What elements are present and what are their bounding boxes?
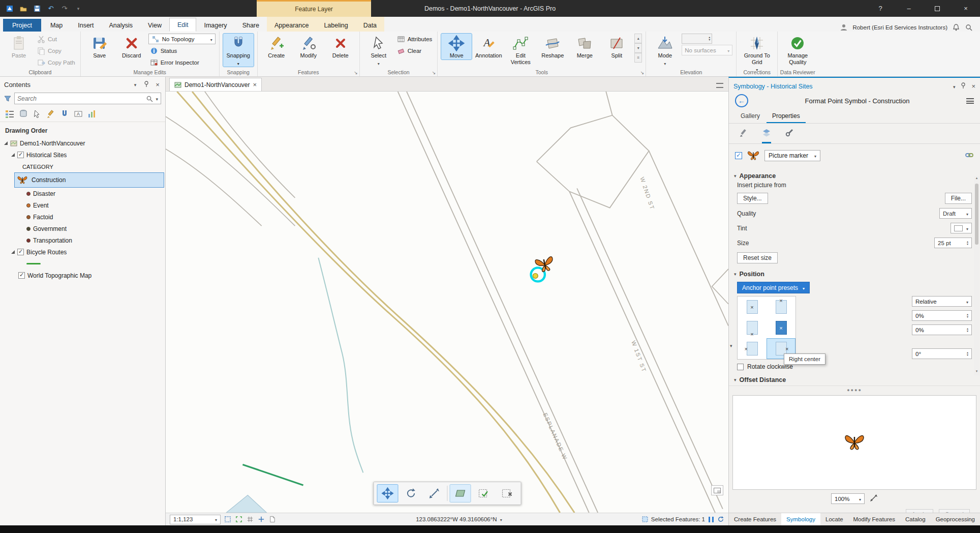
tab-map[interactable]: Map bbox=[43, 19, 70, 32]
style-button[interactable]: Style... bbox=[737, 193, 768, 204]
anchor-preset-selected[interactable] bbox=[767, 317, 795, 338]
lock-color-link-icon[interactable] bbox=[965, 151, 974, 161]
tab-analysis[interactable]: Analysis bbox=[102, 19, 141, 32]
command-search-icon[interactable] bbox=[965, 23, 973, 32]
create-features-button[interactable]: Create bbox=[261, 34, 292, 60]
tab-bar-menu-icon[interactable] bbox=[716, 83, 723, 88]
reset-size-button[interactable]: Reset size bbox=[737, 252, 778, 263]
back-button[interactable] bbox=[735, 94, 748, 107]
reshape-tool-button[interactable]: Reshape bbox=[537, 34, 568, 60]
edit-vertices-tool-button[interactable]: Edit Vertices bbox=[505, 34, 536, 66]
offset-distance-section-header[interactable]: Offset Distance bbox=[729, 371, 980, 386]
scale-mode-button[interactable] bbox=[423, 484, 445, 502]
cancel-edit-button[interactable] bbox=[496, 484, 517, 502]
map-canvas[interactable]: W 2ND ST W 1ST ST ESPLANADE W bbox=[166, 92, 728, 513]
close-pane-icon[interactable] bbox=[154, 81, 161, 88]
dock-tab-modify-features[interactable]: Modify Features bbox=[848, 513, 900, 525]
minimize-button[interactable]: – bbox=[895, 0, 923, 17]
tools-scroll-up-icon[interactable]: ▴ bbox=[634, 34, 642, 43]
finish-edit-button[interactable] bbox=[473, 484, 494, 502]
discard-edits-button[interactable]: Discard bbox=[116, 34, 147, 60]
pause-drawing-icon[interactable] bbox=[709, 517, 714, 522]
list-by-selection-icon[interactable] bbox=[33, 109, 42, 119]
tab-gallery[interactable]: Gallery bbox=[735, 110, 765, 123]
delete-features-button[interactable]: Delete bbox=[325, 34, 356, 60]
status-button[interactable]: Status bbox=[148, 45, 216, 56]
tree-item-bicycle-routes[interactable]: Bicycle Routes bbox=[0, 246, 165, 258]
save-project-icon[interactable] bbox=[33, 4, 42, 13]
undo-icon[interactable]: ↶ bbox=[46, 4, 55, 13]
tree-item-transportation[interactable]: Transportation bbox=[0, 234, 165, 246]
tab-imagery[interactable]: Imagery bbox=[196, 19, 234, 32]
tab-share[interactable]: Share bbox=[235, 19, 267, 32]
notifications-bell-icon[interactable] bbox=[952, 23, 960, 32]
tree-item-construction[interactable]: Construction bbox=[14, 172, 164, 188]
rotation-angle-spinner[interactable]: 0° bbox=[912, 348, 972, 359]
overview-map-button[interactable] bbox=[711, 485, 723, 495]
customize-qat-icon[interactable]: ▾ bbox=[74, 4, 83, 13]
merge-tool-button[interactable]: Merge bbox=[569, 34, 600, 60]
tab-data[interactable]: Data bbox=[356, 19, 384, 32]
layer-visibility-checkbox[interactable] bbox=[17, 152, 24, 158]
tint-color-picker[interactable] bbox=[951, 223, 972, 233]
list-by-labeling-icon[interactable]: A bbox=[74, 109, 83, 119]
structure-tab-wrench-icon[interactable] bbox=[785, 128, 794, 143]
layer-enabled-checkbox[interactable] bbox=[735, 152, 742, 159]
clear-selection-button[interactable]: Clear bbox=[395, 45, 434, 56]
topology-edit-button[interactable] bbox=[449, 484, 471, 502]
tab-project[interactable]: Project bbox=[3, 19, 41, 32]
account-name[interactable]: Robert (Esri Ed Services Instructors) bbox=[852, 24, 947, 31]
symbol-tab-pencil-icon[interactable] bbox=[739, 128, 748, 143]
tree-item-event[interactable]: Event bbox=[0, 199, 165, 211]
tools-expand-gallery-icon[interactable]: ≡ bbox=[634, 53, 642, 63]
snapping-toggle-button[interactable]: Snapping bbox=[223, 34, 254, 67]
scroll-down-icon[interactable]: ▾ bbox=[976, 369, 978, 375]
select-button[interactable]: Select bbox=[363, 34, 394, 67]
expand-triangle-icon[interactable] bbox=[4, 141, 8, 145]
map-view-tab[interactable]: Demo1-NorthVancouver bbox=[169, 78, 262, 91]
scale-lock-icon[interactable] bbox=[224, 516, 232, 523]
list-by-editing-icon[interactable] bbox=[46, 109, 55, 119]
error-inspector-button[interactable]: Error Inspector bbox=[148, 57, 216, 68]
snap-plus-icon[interactable] bbox=[258, 516, 265, 523]
list-by-data-source-icon[interactable] bbox=[19, 109, 28, 119]
manage-quality-button[interactable]: Manage Quality bbox=[781, 34, 814, 66]
paste-button[interactable]: Paste bbox=[4, 34, 34, 60]
cut-button[interactable]: Cut bbox=[36, 34, 77, 44]
pane-options-menu-icon[interactable] bbox=[966, 98, 974, 104]
dock-tab-catalog[interactable]: Catalog bbox=[900, 513, 931, 525]
expand-triangle-icon[interactable] bbox=[11, 153, 15, 157]
butterfly-feature[interactable] bbox=[535, 256, 555, 273]
anchor-y-spinner[interactable]: 0% bbox=[912, 324, 972, 335]
layer-visibility-checkbox[interactable] bbox=[18, 272, 25, 279]
bicycle-line-symbol[interactable] bbox=[0, 258, 165, 270]
tree-item-disaster[interactable]: Disaster bbox=[0, 188, 165, 199]
dock-tab-symbology[interactable]: Symbology bbox=[781, 513, 820, 525]
anchor-preset-left-center[interactable] bbox=[738, 338, 767, 359]
close-tab-icon[interactable] bbox=[253, 81, 257, 88]
tree-item-factoid[interactable]: Factoid bbox=[0, 211, 165, 223]
modify-features-button[interactable]: Modify bbox=[293, 34, 324, 60]
filter-funnel-icon[interactable] bbox=[4, 95, 11, 102]
symbol-layer-type-dropdown[interactable]: Picture marker bbox=[764, 150, 820, 161]
quality-dropdown[interactable]: Draft bbox=[939, 208, 972, 219]
scale-dropdown[interactable]: 1:1,123 bbox=[170, 515, 221, 524]
tree-item-government[interactable]: Government bbox=[0, 223, 165, 234]
attributes-button[interactable]: Attributes bbox=[395, 34, 434, 44]
dock-tab-geoprocessing[interactable]: Geoprocessing bbox=[931, 513, 980, 525]
ground-to-grid-button[interactable]: Ground To Grid bbox=[740, 34, 774, 73]
restore-button[interactable] bbox=[923, 0, 952, 17]
properties-scrollbar[interactable]: ▴ ▾ bbox=[974, 176, 979, 375]
size-spinner[interactable]: 25 pt bbox=[934, 238, 972, 248]
tab-insert[interactable]: Insert bbox=[70, 19, 101, 32]
dock-tab-locate[interactable]: Locate bbox=[820, 513, 848, 525]
tree-item-map[interactable]: Demo1-NorthVancouver bbox=[0, 137, 165, 149]
tab-appearance[interactable]: Appearance bbox=[267, 19, 316, 32]
close-button[interactable]: × bbox=[952, 0, 980, 17]
search-input[interactable] bbox=[17, 95, 143, 102]
pane-menu-icon[interactable] bbox=[953, 83, 956, 90]
elevation-mode-button[interactable]: Mode bbox=[650, 34, 680, 67]
tab-edit[interactable]: Edit bbox=[169, 18, 197, 32]
tab-labeling[interactable]: Labeling bbox=[316, 19, 355, 32]
notes-page-icon[interactable] bbox=[269, 516, 277, 523]
